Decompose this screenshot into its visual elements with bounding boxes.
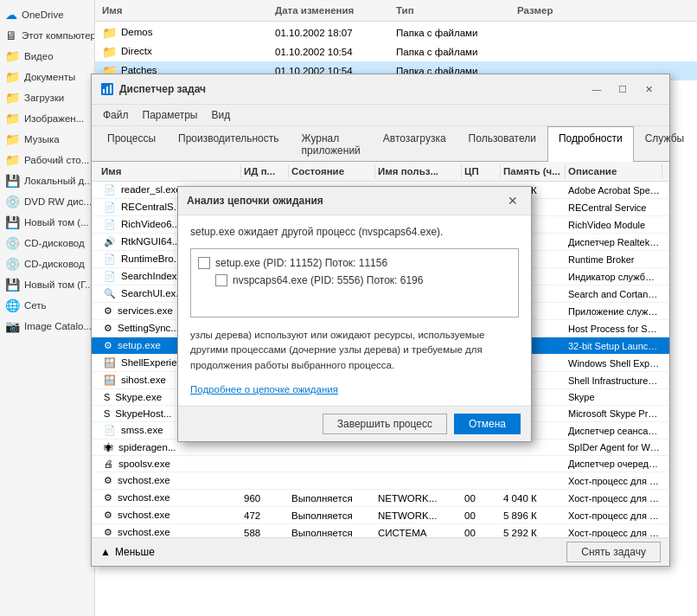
- sidebar-item-downloads[interactable]: 📁 Загрузки: [0, 87, 94, 108]
- music-icon: 📁: [5, 132, 20, 146]
- process-desc: RichVideo Module: [566, 219, 662, 231]
- sidebar-item-music[interactable]: 📁 Музыка: [0, 129, 94, 150]
- process-icon: 🪟: [101, 374, 118, 386]
- end-process-button[interactable]: Завершить процесс: [323, 414, 447, 434]
- menu-params[interactable]: Параметры: [136, 106, 205, 124]
- sidebar-item-computer[interactable]: 🖥 Этот компьютер: [0, 25, 94, 46]
- col-header-name[interactable]: Имя: [99, 164, 241, 178]
- dialog-title: Анализ цепочки ожидания: [187, 195, 323, 207]
- sidebar-item-video[interactable]: 📁 Видео: [0, 46, 94, 67]
- tab-performance[interactable]: Производительность: [167, 126, 290, 162]
- menu-file[interactable]: Файл: [96, 106, 136, 124]
- new-vol2-icon: 💾: [5, 278, 20, 292]
- col-header-status[interactable]: Состояние: [289, 164, 375, 178]
- process-icon: 📄: [101, 424, 118, 436]
- dialog-titlebar: Анализ цепочки ожидания ✕: [178, 187, 531, 215]
- process-icon: S: [101, 391, 112, 403]
- table-row[interactable]: ⚙svchost.exe 588 Выполняется СИСТЕМА 00 …: [92, 524, 669, 537]
- col-size: Размер: [517, 5, 586, 16]
- computer-icon: 🖥: [5, 29, 17, 42]
- sidebar-item-network[interactable]: 🌐 Сеть: [0, 295, 94, 316]
- process-desc: Search and Cortana ap...: [566, 288, 662, 300]
- network-icon: 🌐: [5, 298, 20, 312]
- tab-app-history[interactable]: Журнал приложений: [291, 126, 372, 162]
- sidebar-item-new-volume[interactable]: 💾 Новый том (...: [0, 212, 94, 233]
- col-name: Имя: [102, 5, 275, 16]
- sidebar-item-catalog[interactable]: 📷 Image Catalo...: [0, 316, 94, 337]
- video-icon: 📁: [5, 49, 20, 63]
- process-icon: 🖨: [101, 458, 116, 470]
- table-row[interactable]: 🕷spideragen... SpIDer Agent for Wind...: [92, 440, 669, 456]
- tab-processes[interactable]: Процессы: [96, 126, 167, 162]
- chain-item-nvspcaps: nvspcaps64.exe (PID: 5556) Поток: 6196: [196, 272, 513, 289]
- process-icon: 🔍: [101, 287, 118, 299]
- table-row[interactable]: ⚙svchost.exe Хост-процесс для слу...: [92, 472, 669, 490]
- process-icon: 📄: [101, 183, 118, 196]
- catalog-icon: 📷: [5, 319, 20, 333]
- close-button[interactable]: ✕: [636, 80, 661, 99]
- tab-startup[interactable]: Автозагрузка: [372, 126, 457, 162]
- dialog-body: setup.exe ожидает другой процесс (nvspca…: [178, 215, 531, 406]
- onedrive-icon: ☁: [5, 8, 17, 22]
- cd1-icon: 💿: [5, 236, 20, 250]
- sidebar-item-desktop[interactable]: 📁 Рабочий сто...: [0, 150, 94, 170]
- col-header-cpu[interactable]: ЦП: [462, 164, 501, 178]
- process-desc: Диспетчер Realtek HD: [566, 236, 662, 248]
- menubar: Файл Параметры Вид: [92, 105, 669, 126]
- dialog-description: setup.exe ожидает другой процесс (nvspca…: [190, 226, 519, 238]
- sidebar: ☁ OneDrive 🖥 Этот компьютер 📁 Видео 📁 До…: [0, 0, 95, 616]
- process-desc: Skype: [566, 391, 662, 403]
- col-header-pid[interactable]: ИД п...: [241, 164, 289, 178]
- process-icon: ⚙: [101, 509, 115, 521]
- table-row[interactable]: 🖨spoolsv.exe Диспетчер очереди пе...: [92, 456, 669, 472]
- dialog-info-text: узлы дерева) используют или ожидают ресу…: [190, 328, 519, 373]
- cancel-button[interactable]: Отмена: [454, 414, 521, 434]
- process-icon: 📄: [101, 201, 118, 213]
- sidebar-item-cd2[interactable]: 💿 CD-дисковод: [0, 253, 94, 274]
- chain-list: setup.exe (PID: 11152) Поток: 11156 nvsp…: [190, 248, 519, 318]
- sidebar-item-images[interactable]: 📁 Изображен...: [0, 108, 94, 129]
- sidebar-item-dvd[interactable]: 💿 DVD RW дис...: [0, 191, 94, 212]
- local-drive-icon: 💾: [5, 174, 20, 188]
- images-icon: 📁: [5, 112, 20, 125]
- process-icon: ⚙: [101, 322, 115, 334]
- menu-view[interactable]: Вид: [204, 106, 237, 124]
- new-vol-icon: 💾: [5, 215, 20, 229]
- tab-details[interactable]: Подробности: [547, 126, 634, 162]
- process-desc: Хост-процесс для слу...: [566, 510, 662, 522]
- table-row[interactable]: ⚙svchost.exe 960 Выполняется NETWORK... …: [92, 490, 669, 507]
- process-desc: Host Process for Settin...: [566, 323, 662, 335]
- svg-rect-3: [110, 85, 112, 93]
- sidebar-item-cd1[interactable]: 💿 CD-дисковод: [0, 233, 94, 253]
- col-header-desc[interactable]: Описание: [566, 164, 662, 178]
- col-date: Дата изменения: [275, 5, 396, 16]
- process-desc: Runtime Broker: [566, 253, 662, 266]
- dialog-more-link[interactable]: Подробнее о цепочке ожидания: [190, 384, 338, 395]
- less-button[interactable]: ▲ Меньше: [100, 546, 155, 558]
- process-desc: Индикатор службы ...: [566, 271, 662, 283]
- sidebar-item-onedrive[interactable]: ☁ OneDrive: [0, 4, 94, 25]
- dialog-close-button[interactable]: ✕: [503, 193, 522, 209]
- col-header-user[interactable]: Имя польз...: [375, 164, 462, 178]
- sidebar-item-new-vol2[interactable]: 💾 Новый том (Г...: [0, 274, 94, 295]
- table-row[interactable]: ⚙svchost.exe 472 Выполняется NETWORK... …: [92, 507, 669, 524]
- chain-checkbox-setup[interactable]: [198, 257, 210, 269]
- process-icon: ⚙: [101, 305, 115, 317]
- end-task-button[interactable]: Снять задачу: [566, 542, 661, 562]
- col-header-mem[interactable]: Память (ч...: [501, 164, 566, 178]
- minimize-button[interactable]: —: [585, 80, 609, 99]
- process-desc: Windows Shell Experie...: [566, 357, 662, 369]
- process-desc: Хост-процесс для слу...: [566, 475, 662, 487]
- sidebar-item-docs[interactable]: 📁 Документы: [0, 67, 94, 87]
- chain-checkbox-nvspcaps[interactable]: [215, 274, 227, 286]
- file-row-demos[interactable]: 📁Demos 01.10.2002 18:07 Папка с файлами: [95, 23, 697, 42]
- dialog-footer: Завершить процесс Отмена: [178, 406, 531, 441]
- process-icon: ⚙: [101, 491, 115, 504]
- maximize-button[interactable]: ☐: [611, 80, 635, 99]
- task-manager-icon: [100, 82, 114, 96]
- process-icon: ⚙: [101, 474, 115, 486]
- tab-services[interactable]: Службы: [634, 126, 695, 162]
- file-row-directx[interactable]: 📁Directx 01.10.2002 10:54 Папка с файлам…: [95, 42, 697, 61]
- tab-users[interactable]: Пользователи: [457, 126, 547, 162]
- sidebar-item-local-drive[interactable]: 💾 Локальный д...: [0, 170, 94, 191]
